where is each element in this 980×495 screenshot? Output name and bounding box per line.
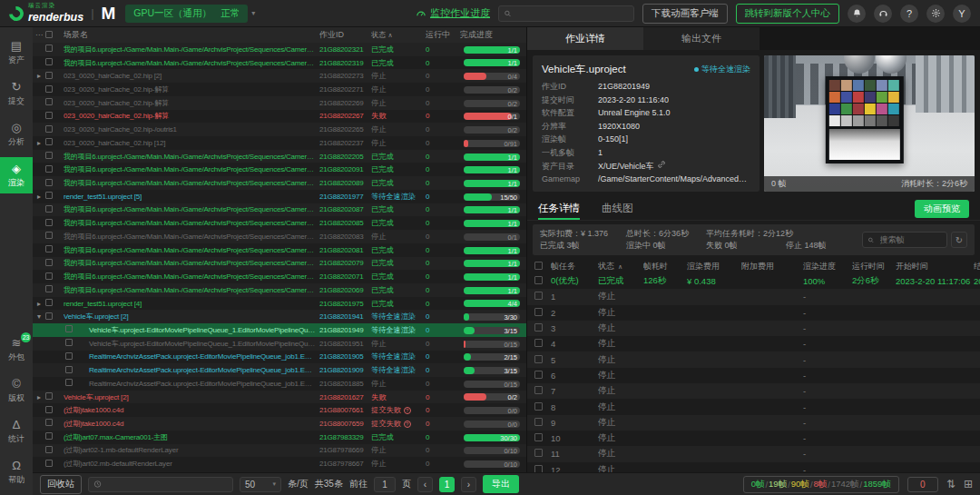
table-row[interactable]: ▸023_0020_hairCache_02.hip [12]21G882022… <box>33 136 526 150</box>
row-checkbox[interactable] <box>45 205 64 214</box>
table-row[interactable]: 我的项目6.uproject-/Game/Main.Main-/Game/Arc… <box>33 270 526 283</box>
task-checkbox[interactable] <box>527 355 551 365</box>
chevron-down-icon[interactable]: ▾ <box>251 9 255 17</box>
row-checkbox[interactable] <box>45 125 64 134</box>
customer-service-button[interactable] <box>874 5 892 23</box>
table-row[interactable]: (过期)art07.max-Camera001-主图21G87983329已完成… <box>33 431 526 444</box>
task-row[interactable]: 4停止- <box>527 336 980 351</box>
table-row[interactable]: (过期)take1000.c4d21G88007659提交失败?00/0 <box>33 417 526 431</box>
task-row[interactable]: 2停止- <box>527 305 980 321</box>
table-row[interactable]: ▸render_test51.uproject [4]21G88201975已完… <box>33 297 526 311</box>
table-row[interactable]: 我的项目6.uproject-/Game/Main.Main-/Game/Arc… <box>33 176 526 190</box>
next-page-button[interactable]: › <box>461 477 476 492</box>
row-checkbox[interactable] <box>45 392 64 401</box>
notification-bell-button[interactable] <box>848 5 866 23</box>
task-row[interactable]: 3停止- <box>527 321 980 336</box>
row-checkbox[interactable] <box>45 432 64 441</box>
task-checkbox[interactable] <box>527 308 551 318</box>
row-checkbox[interactable] <box>45 419 64 428</box>
task-checkbox[interactable] <box>527 449 551 459</box>
task-checkbox[interactable] <box>527 418 551 428</box>
table-row[interactable]: 023_0020_hairCache_02.hip-/outris121G882… <box>33 123 526 136</box>
task-row[interactable]: 1停止- <box>527 289 980 304</box>
row-checkbox[interactable] <box>45 406 64 415</box>
page-size-select[interactable]: 50▾ <box>240 477 281 492</box>
monitor-progress-link[interactable]: 监控作业进度 <box>416 6 490 20</box>
frame-search-input[interactable] <box>878 234 942 245</box>
table-row[interactable]: Vehicle车.uproject-EditorMoviePipelineQue… <box>33 337 526 351</box>
table-row[interactable]: (过期)art02-1.mb-defaultRenderLayer21G8797… <box>33 444 526 458</box>
task-row[interactable]: 9停止- <box>527 415 980 431</box>
prev-page-button[interactable]: ‹ <box>417 477 433 492</box>
table-row[interactable]: (过期)take1000.c4d21G88007661提交失败?00/0 <box>33 403 526 417</box>
top-search-input[interactable] <box>515 7 629 19</box>
table-row[interactable]: 我的项目6.uproject-/Game/Main.Main-/Game/Arc… <box>33 257 526 271</box>
row-checkbox[interactable] <box>45 165 64 174</box>
task-checkbox[interactable] <box>527 386 551 396</box>
row-checkbox[interactable] <box>45 72 64 81</box>
row-checkbox[interactable] <box>45 299 64 308</box>
select-all-checkbox[interactable] <box>527 262 551 272</box>
sidebar-item-analysis[interactable]: ◎分析 <box>0 116 33 153</box>
table-row[interactable]: ▾Vehicle车.uproject [2]21G88201941等待全速渲染0… <box>33 310 526 323</box>
footer-search-input[interactable] <box>105 479 228 490</box>
tab-task-details[interactable]: 任务详情 <box>538 197 580 220</box>
sidebar-item-asset[interactable]: ▤资产 <box>0 35 33 71</box>
row-checkbox[interactable] <box>65 339 83 348</box>
task-checkbox[interactable] <box>527 276 551 286</box>
download-client-button[interactable]: 下载动画客户端 <box>642 4 728 24</box>
row-checkbox[interactable] <box>45 232 64 241</box>
expand-caret-icon[interactable]: ▾ <box>33 312 45 321</box>
row-checkbox[interactable] <box>45 98 64 107</box>
footer-search-box[interactable] <box>88 477 233 492</box>
animation-preview-button[interactable]: 动画预览 <box>915 200 969 218</box>
table-row[interactable]: 我的项目6.uproject-/Game/Main.Main-/Game/Arc… <box>33 203 526 217</box>
table-row[interactable]: 我的项目6.uproject-/Game/Main.Main-/Game/Arc… <box>33 230 526 243</box>
row-checkbox[interactable] <box>45 85 64 94</box>
task-row[interactable]: 11停止- <box>527 446 980 461</box>
task-checkbox[interactable] <box>527 323 551 333</box>
task-checkbox[interactable] <box>527 292 551 302</box>
row-checkbox[interactable] <box>65 379 83 388</box>
table-row[interactable]: ▸Vehicle车.uproject [2]21G88201627失败00/2 <box>33 391 526 404</box>
task-row[interactable]: 5停止- <box>527 351 980 367</box>
task-checkbox[interactable] <box>527 371 551 381</box>
row-checkbox[interactable] <box>45 138 64 147</box>
table-row[interactable]: (过期)art02.mb-defaultRenderLayer21G879786… <box>33 457 526 470</box>
new-center-button[interactable]: 跳转到新版个人中心 <box>736 4 840 24</box>
task-row[interactable]: 12停止- <box>527 462 980 472</box>
row-checkbox[interactable] <box>45 460 64 469</box>
table-row[interactable]: 我的项目6.uproject-/Game/Main.Main-/Game/Arc… <box>33 150 526 163</box>
row-checkbox[interactable] <box>45 179 64 188</box>
row-checkbox[interactable] <box>65 325 83 334</box>
recycle-bin-button[interactable]: 回收站 <box>40 475 82 494</box>
row-checkbox[interactable] <box>45 219 64 228</box>
table-row[interactable]: 023_0020_hairCache_02.hip-解算21G88202269停… <box>33 96 526 110</box>
col-status[interactable]: 状态∧ <box>371 30 418 40</box>
goto-page-input[interactable]: 1 <box>374 477 396 492</box>
expand-caret-icon[interactable]: ▸ <box>33 393 45 401</box>
sidebar-item-render[interactable]: ◈渲染 <box>0 157 33 193</box>
row-checkbox[interactable] <box>45 259 64 268</box>
table-row[interactable]: 我的项目6.uproject-/Game/Main.Main-/Game/Arc… <box>33 216 526 230</box>
table-row[interactable]: ▸023_0020_hairCache_02.hip [2]21G8820227… <box>33 69 526 83</box>
table-row[interactable]: 我的项目6.uproject-/Game/Main.Main-/Game/Arc… <box>33 163 526 176</box>
row-checkbox[interactable] <box>45 272 64 282</box>
sort-transfer-icon[interactable]: ⇅ <box>946 478 956 490</box>
table-row[interactable]: 我的项目6.uproject-/Game/Main.Main-/Game/Arc… <box>33 283 526 297</box>
top-search-box[interactable] <box>498 5 634 22</box>
row-checkbox[interactable] <box>45 446 64 455</box>
help-button[interactable]: ? <box>900 5 918 23</box>
task-checkbox[interactable] <box>527 433 551 443</box>
table-row[interactable]: ▸render_test51.uproject [5]21G88201977等待… <box>33 190 526 203</box>
task-row[interactable]: 7停止- <box>527 383 980 399</box>
task-row[interactable]: 0(优先)已完成126秒¥ 0.438100%2分6秒2023-2-20 11:… <box>527 273 980 289</box>
render-preview-image[interactable]: 0 帧 消耗时长：2分6秒 <box>764 55 975 192</box>
grid-view-icon[interactable]: ⊞ <box>964 478 973 490</box>
row-checkbox[interactable] <box>45 58 64 67</box>
row-checkbox[interactable] <box>65 366 83 375</box>
tab-job-details[interactable]: 作业详情 <box>527 27 643 50</box>
export-button[interactable]: 导出 <box>483 475 519 493</box>
row-checkbox[interactable] <box>45 112 64 121</box>
row-checkbox[interactable] <box>45 192 64 201</box>
